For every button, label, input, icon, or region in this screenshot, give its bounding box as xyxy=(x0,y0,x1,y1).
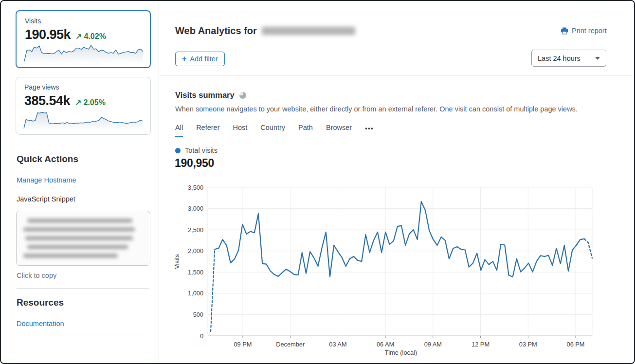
svg-text:12 PM: 12 PM xyxy=(472,341,490,348)
metric-delta: ↗2.05% xyxy=(75,98,106,107)
delta-percent: 2.05% xyxy=(84,98,106,107)
svg-text:1,500: 1,500 xyxy=(188,269,203,276)
tab-referer[interactable]: Referer xyxy=(196,124,219,137)
tab-country[interactable]: Country xyxy=(260,124,285,137)
tab-host[interactable]: Host xyxy=(233,124,247,137)
add-filter-button[interactable]: + Add filter xyxy=(175,52,225,66)
svg-text:09 AM: 09 AM xyxy=(424,341,442,348)
redacted-code-line xyxy=(27,245,128,249)
trend-up-icon: ↗ xyxy=(75,32,82,41)
chevron-down-icon xyxy=(595,57,600,60)
page-title: Web Analytics for xyxy=(175,25,355,36)
printer-icon xyxy=(561,27,568,35)
redacted-domain xyxy=(262,27,355,35)
redacted-code-line xyxy=(23,254,118,258)
tab-all[interactable]: All xyxy=(175,124,183,137)
quick-actions-heading: Quick Actions xyxy=(17,154,78,164)
visits-line-chart: 05001,0001,5002,0002,5003,0003,50009 PMD… xyxy=(169,181,597,356)
svg-text:2,000: 2,000 xyxy=(188,247,203,255)
tab-browser[interactable]: Browser xyxy=(326,124,352,137)
svg-text:06 PM: 06 PM xyxy=(567,341,585,348)
svg-text:09 PM: 09 PM xyxy=(234,341,252,348)
page-title-text: Web Analytics for xyxy=(175,25,257,36)
visits-summary-description: When someone navigates to your website, … xyxy=(175,105,578,113)
sidebar-main-divider xyxy=(159,1,159,364)
pie-chart-icon xyxy=(239,91,247,99)
metric-label: Visits xyxy=(25,17,143,25)
page-views-sparkline-chart xyxy=(23,110,143,130)
dimension-tabs: All Referer Host Country Path Browser ••… xyxy=(175,124,374,137)
redacted-code-line xyxy=(23,227,135,232)
delta-percent: 4.02% xyxy=(84,32,106,41)
web-analytics-page: Visits 190.95k ↗4.02% Page views 385.54k… xyxy=(0,0,635,364)
print-report-label: Print report xyxy=(572,27,607,35)
plus-icon: + xyxy=(182,55,186,63)
visits-summary-title-text: Visits summary xyxy=(175,91,235,100)
more-tabs-button[interactable]: ••• xyxy=(365,124,374,137)
javascript-snippet-label: JavaScript Snippet xyxy=(17,195,75,203)
legend-label: Total visits xyxy=(185,146,218,154)
svg-text:2,500: 2,500 xyxy=(188,226,203,234)
metric-label: Page views xyxy=(24,83,143,91)
divider xyxy=(17,190,149,190)
js-snippet-copy-box[interactable] xyxy=(16,211,150,266)
svg-text:0: 0 xyxy=(200,332,203,340)
tab-path[interactable]: Path xyxy=(298,124,313,137)
divider xyxy=(159,75,635,75)
manage-hostname-link[interactable]: Manage Hostname xyxy=(17,176,76,184)
time-range-dropdown[interactable]: Last 24 hours xyxy=(531,50,606,67)
metric-value: 190.95k xyxy=(25,27,71,42)
svg-text:3,500: 3,500 xyxy=(188,184,203,191)
trend-up-icon: ↗ xyxy=(75,98,81,107)
add-filter-label: Add filter xyxy=(190,55,218,63)
metric-delta: ↗4.02% xyxy=(75,32,106,41)
visits-sparkline-chart xyxy=(24,43,144,63)
total-visits-value: 190,950 xyxy=(175,157,214,170)
page-views-metric-card[interactable]: Page views 385.54k ↗2.05% xyxy=(16,77,151,135)
divider xyxy=(17,288,149,289)
svg-text:Time (local): Time (local) xyxy=(385,349,417,356)
time-range-value: Last 24 hours xyxy=(538,55,581,62)
svg-text:500: 500 xyxy=(193,311,203,318)
chart-legend: Total visits xyxy=(175,146,218,154)
divider xyxy=(17,334,149,334)
legend-dot-icon xyxy=(175,148,181,153)
resources-heading: Resources xyxy=(17,297,64,308)
visits-summary-heading: Visits summary xyxy=(175,91,247,100)
redacted-code-line xyxy=(25,236,133,240)
svg-text:06 AM: 06 AM xyxy=(377,341,394,348)
svg-text:3,000: 3,000 xyxy=(188,205,203,212)
svg-text:03 AM: 03 AM xyxy=(329,341,346,348)
svg-text:Visits: Visits xyxy=(173,254,181,269)
metric-value: 385.54k xyxy=(24,93,70,109)
click-to-copy-hint: Click to copy xyxy=(17,272,56,279)
svg-text:1,000: 1,000 xyxy=(188,290,203,297)
documentation-link[interactable]: Documentation xyxy=(17,320,64,328)
redacted-code-line xyxy=(27,218,132,223)
visits-metric-card[interactable]: Visits 190.95k ↗4.02% xyxy=(16,10,151,68)
svg-text:03 PM: 03 PM xyxy=(519,341,537,348)
svg-text:December: December xyxy=(276,341,305,348)
print-report-button[interactable]: Print report xyxy=(561,27,607,35)
